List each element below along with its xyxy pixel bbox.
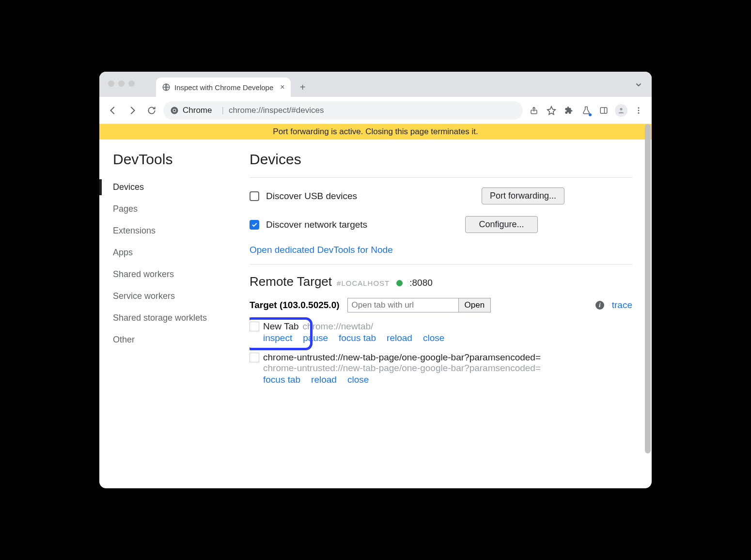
chrome-icon (170, 106, 179, 115)
remote-target-port: :8080 (409, 278, 433, 288)
entry-title: New Tab (263, 321, 299, 332)
page-content: Port forwarding is active. Closing this … (99, 124, 652, 488)
address-url: chrome://inspect/#devices (229, 106, 324, 115)
target-name: Target (103.0.5025.0) (250, 300, 340, 311)
remote-target-header: Remote Target #LOCALHOST :8080 (250, 274, 632, 289)
sidebar-item-shared-workers[interactable]: Shared workers (99, 264, 250, 285)
toolbar: Chrome | chrome://inspect/#devices (99, 97, 652, 124)
entry-actions: inspect pause focus tab reload close (263, 333, 632, 343)
info-icon[interactable]: i (595, 301, 604, 310)
inspect-link[interactable]: inspect (263, 333, 292, 343)
sidebar-item-other[interactable]: Other (99, 329, 250, 351)
port-forwarding-banner: Port forwarding is active. Closing this … (99, 124, 652, 140)
close-link[interactable]: close (423, 333, 444, 343)
traffic-lights (108, 80, 135, 87)
focus-tab-link[interactable]: focus tab (339, 333, 376, 343)
discover-network-row: Discover network targets Configure... (250, 216, 632, 233)
sidebar-item-extensions[interactable]: Extensions (99, 220, 250, 242)
address-divider: | (221, 106, 223, 115)
open-tab-url-input[interactable] (347, 298, 459, 312)
minimize-window-button[interactable] (118, 80, 125, 87)
scrollbar-thumb[interactable] (645, 124, 651, 453)
page-icon (250, 353, 259, 362)
port-forwarding-button[interactable]: Port forwarding... (482, 187, 564, 204)
sidebar-item-service-workers[interactable]: Service workers (99, 285, 250, 307)
entry-title: chrome-untrusted://new-tab-page/one-goog… (263, 352, 541, 363)
target-row: Target (103.0.5025.0) Open i trace (250, 298, 632, 312)
avatar-icon (615, 104, 627, 117)
discover-usb-label: Discover USB devices (266, 191, 357, 202)
address-origin-chip: Chrome (170, 106, 217, 115)
divider (250, 264, 632, 264)
entry-header: New Tab chrome://newtab/ (250, 321, 632, 332)
discover-network-checkbox[interactable] (250, 220, 259, 230)
entry-actions: focus tab reload close (263, 374, 632, 385)
profile-button[interactable] (614, 103, 628, 118)
status-dot-icon (396, 280, 403, 286)
globe-icon (162, 83, 171, 92)
sidebar-item-devices[interactable]: Devices (99, 176, 250, 198)
sidebar-item-shared-storage-worklets[interactable]: Shared storage worklets (99, 307, 250, 329)
address-bar[interactable]: Chrome | chrome://inspect/#devices (163, 101, 523, 120)
scrollbar[interactable] (644, 124, 652, 488)
page-icon (250, 322, 259, 331)
svg-point-3 (173, 109, 176, 111)
sidebar-title: DevTools (99, 151, 250, 176)
forward-button[interactable] (125, 103, 140, 118)
tabs-strip: Inspect with Chrome Develope × + (156, 72, 310, 97)
page-heading: Devices (250, 151, 632, 168)
new-tab-button[interactable]: + (296, 80, 310, 94)
svg-point-9 (638, 112, 640, 113)
reload-button[interactable] (144, 103, 159, 118)
configure-button[interactable]: Configure... (465, 216, 538, 233)
close-link[interactable]: close (347, 374, 369, 385)
discover-network-label: Discover network targets (266, 219, 367, 230)
trace-link[interactable]: trace (612, 300, 632, 311)
remote-target-title: Remote Target (250, 274, 332, 289)
focus-tab-link[interactable]: focus tab (263, 374, 300, 385)
content-area: DevTools Devices Pages Extensions Apps S… (99, 140, 652, 488)
discover-usb-row: Discover USB devices Port forwarding... (250, 187, 632, 204)
discover-usb-checkbox[interactable] (250, 191, 259, 201)
svg-point-8 (638, 109, 640, 111)
entry-header: chrome-untrusted://new-tab-page/one-goog… (250, 352, 632, 363)
labs-icon[interactable] (579, 103, 594, 118)
back-button[interactable] (105, 103, 121, 118)
divider (250, 177, 632, 178)
pause-link[interactable]: pause (303, 333, 328, 343)
svg-point-7 (638, 107, 640, 109)
reload-link[interactable]: reload (311, 374, 337, 385)
close-tab-icon[interactable]: × (280, 83, 284, 92)
sidebar: DevTools Devices Pages Extensions Apps S… (99, 140, 250, 488)
tab-title: Inspect with Chrome Develope (174, 83, 273, 92)
main-panel: Devices Discover USB devices Port forwar… (250, 140, 652, 488)
target-entry: New Tab chrome://newtab/ inspect pause f… (250, 319, 632, 343)
sidebar-item-apps[interactable]: Apps (99, 242, 250, 264)
browser-window: Inspect with Chrome Develope × + Chrome … (99, 72, 652, 488)
open-tab-button[interactable]: Open (458, 298, 491, 312)
kebab-menu-icon[interactable] (631, 103, 646, 118)
svg-point-6 (620, 108, 622, 110)
share-icon[interactable] (527, 103, 541, 118)
extensions-icon[interactable] (562, 103, 576, 118)
svg-rect-5 (600, 108, 607, 113)
side-panel-icon[interactable] (596, 103, 611, 118)
target-entry: chrome-untrusted://new-tab-page/one-goog… (250, 352, 632, 385)
address-origin-label: Chrome (183, 106, 212, 115)
window-menu-chevron-icon[interactable] (634, 80, 643, 89)
entry-url: chrome-untrusted://new-tab-page/one-goog… (263, 363, 632, 373)
open-node-devtools-link[interactable]: Open dedicated DevTools for Node (250, 245, 393, 255)
maximize-window-button[interactable] (128, 80, 135, 87)
remote-target-host: #LOCALHOST (337, 279, 390, 287)
entry-url: chrome://newtab/ (303, 321, 374, 332)
tab-bar: Inspect with Chrome Develope × + (99, 72, 652, 97)
star-icon[interactable] (544, 103, 559, 118)
browser-tab-active[interactable]: Inspect with Chrome Develope × (156, 78, 291, 97)
toolbar-right (527, 103, 646, 118)
close-window-button[interactable] (108, 80, 114, 87)
reload-link[interactable]: reload (387, 333, 412, 343)
sidebar-item-pages[interactable]: Pages (99, 198, 250, 220)
